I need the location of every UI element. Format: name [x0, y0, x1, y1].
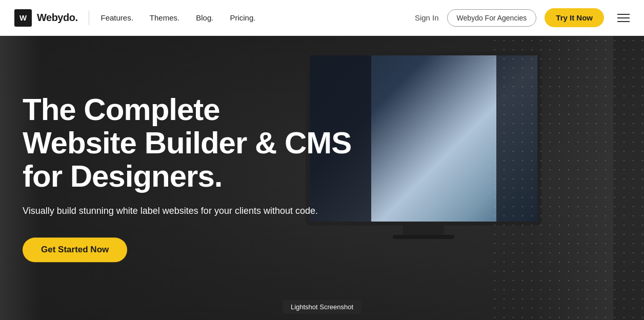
hamburger-line-1	[617, 14, 630, 15]
hero-headline: The Complete Website Builder & CMS for D…	[23, 93, 351, 193]
logo-icon: W	[14, 9, 32, 27]
nav-link-features[interactable]: Features.	[100, 13, 133, 22]
nav-right: Sign In Webydo For Agencies Try It Now	[415, 8, 630, 27]
try-button[interactable]: Try It Now	[545, 8, 604, 27]
nav-divider	[89, 11, 89, 25]
navbar: W Webydo. Features. Themes. Blog. Pricin…	[0, 0, 644, 36]
nav-item-themes[interactable]: Themes.	[150, 13, 179, 23]
nav-link-themes[interactable]: Themes.	[150, 13, 179, 22]
hero-content: The Complete Website Builder & CMS for D…	[23, 93, 351, 262]
logo-name: Webydo.	[37, 12, 77, 24]
lightshot-badge: Lightshot Screenshot	[283, 300, 361, 314]
monitor-stand	[403, 226, 444, 235]
nav-link-blog[interactable]: Blog.	[196, 13, 213, 22]
hamburger-menu-button[interactable]	[617, 14, 630, 22]
nav-link-pricing[interactable]: Pricing.	[230, 13, 255, 22]
get-started-button[interactable]: Get Started Now	[23, 238, 127, 263]
nav-links: Features. Themes. Blog. Pricing.	[100, 13, 255, 23]
nav-item-features[interactable]: Features.	[100, 13, 133, 23]
agencies-button[interactable]: Webydo For Agencies	[447, 9, 537, 27]
hero-section: The Complete Website Builder & CMS for D…	[0, 36, 644, 320]
monitor-base	[393, 235, 454, 239]
logo[interactable]: W Webydo.	[14, 9, 77, 27]
dot-pattern-overlay	[490, 36, 644, 320]
signin-button[interactable]: Sign In	[415, 13, 439, 22]
nav-item-pricing[interactable]: Pricing.	[230, 13, 255, 23]
nav-item-blog[interactable]: Blog.	[196, 13, 213, 23]
hamburger-line-2	[617, 17, 630, 18]
hamburger-line-3	[617, 21, 630, 22]
hero-subtext: Visually build stunning white label webs…	[23, 205, 351, 218]
